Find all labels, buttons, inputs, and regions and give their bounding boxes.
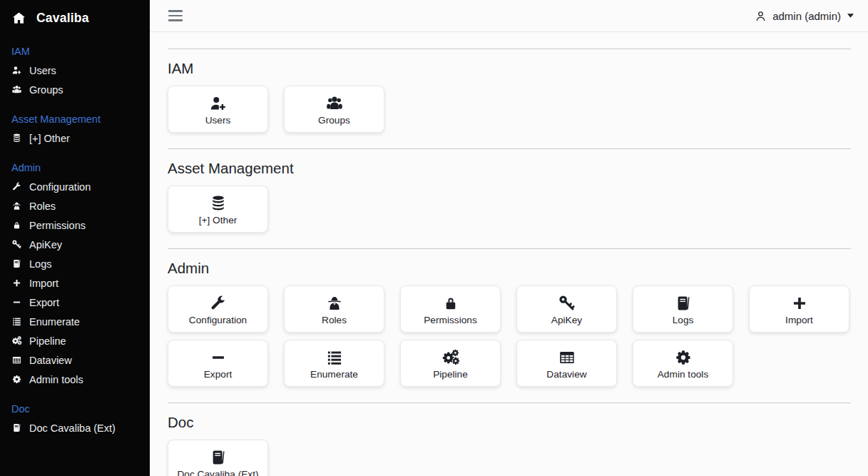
list-icon bbox=[325, 348, 344, 367]
sidebar-item-apikey[interactable]: ApiKey bbox=[11, 235, 138, 254]
card-label: Export bbox=[204, 369, 233, 380]
section-title: Asset Management bbox=[168, 160, 851, 177]
card-grid: ConfigurationRolesPermissionsApiKeyLogsI… bbox=[168, 285, 851, 387]
sidebar-item-logs[interactable]: Logs bbox=[11, 254, 138, 273]
sidebar-item-label: Logs bbox=[29, 258, 51, 270]
card-label: Groups bbox=[318, 115, 350, 126]
card-admin-tools[interactable]: Admin tools bbox=[633, 340, 733, 387]
sidebar-item-export[interactable]: Export bbox=[11, 293, 138, 312]
people-icon bbox=[11, 84, 22, 95]
table-icon bbox=[11, 355, 22, 365]
sidebar-item-users[interactable]: Users bbox=[11, 61, 138, 80]
sidebar-item-label: Permissions bbox=[29, 220, 86, 231]
plus-icon bbox=[11, 278, 22, 288]
sidebar-item-permissions[interactable]: Permissions bbox=[11, 216, 138, 235]
sidebar-section-label[interactable]: Doc bbox=[11, 403, 138, 415]
card-permissions[interactable]: Permissions bbox=[400, 285, 501, 333]
card-configuration[interactable]: Configuration bbox=[168, 285, 268, 333]
card-other[interactable]: [+] Other bbox=[168, 186, 268, 233]
sidebar-item-groups[interactable]: Groups bbox=[11, 80, 138, 99]
database-icon bbox=[209, 194, 228, 213]
main-content: IAMUsersGroupsAsset Management[+] OtherA… bbox=[150, 32, 868, 476]
card-label: Dataview bbox=[546, 369, 586, 380]
sidebar-item-other[interactable]: [+] Other bbox=[11, 128, 138, 148]
menu-toggle-button[interactable] bbox=[167, 7, 184, 24]
main-section-asset-management: Asset Management[+] Other bbox=[168, 148, 851, 233]
gear-icon bbox=[674, 348, 693, 367]
card-pipeline[interactable]: Pipeline bbox=[400, 340, 501, 387]
sidebar-item-admin-tools[interactable]: Admin tools bbox=[11, 370, 138, 389]
sidebar: Cavaliba IAMUsersGroupsAsset Management[… bbox=[0, 0, 150, 476]
card-grid: [+] Other bbox=[168, 186, 851, 233]
brand[interactable]: Cavaliba bbox=[11, 9, 138, 31]
card-label: Configuration bbox=[189, 315, 247, 325]
journal-icon bbox=[209, 448, 228, 467]
card-label: Pipeline bbox=[433, 369, 468, 380]
content-column: admin (admin) IAMUsersGroupsAsset Manage… bbox=[150, 0, 868, 476]
gears-icon bbox=[441, 348, 460, 367]
sidebar-item-pipeline[interactable]: Pipeline bbox=[11, 331, 138, 350]
main-section-iam: IAMUsersGroups bbox=[168, 49, 851, 133]
card-users[interactable]: Users bbox=[168, 86, 268, 133]
card-roles[interactable]: Roles bbox=[284, 285, 384, 333]
sidebar-section-label[interactable]: IAM bbox=[11, 46, 138, 57]
section-title: Admin bbox=[168, 260, 851, 277]
sidebar-item-configuration[interactable]: Configuration bbox=[11, 177, 138, 196]
people-icon bbox=[325, 94, 344, 113]
card-logs[interactable]: Logs bbox=[633, 285, 733, 333]
card-import[interactable]: Import bbox=[749, 285, 849, 333]
user-menu[interactable]: admin (admin) bbox=[754, 9, 854, 23]
section-divider bbox=[168, 49, 851, 49]
card-grid: UsersGroups bbox=[168, 86, 851, 133]
card-label: Users bbox=[205, 115, 231, 126]
sidebar-item-label: Users bbox=[29, 65, 56, 76]
card-enumerate[interactable]: Enumerate bbox=[284, 340, 384, 387]
wrench-icon bbox=[209, 294, 228, 313]
list-icon bbox=[11, 316, 22, 327]
card-label: ApiKey bbox=[551, 315, 582, 325]
sidebar-section-doc: DocDoc Cavaliba (Ext) bbox=[11, 403, 138, 437]
sidebar-section-label[interactable]: Admin bbox=[11, 162, 138, 173]
key-icon bbox=[11, 239, 22, 250]
section-title: Doc bbox=[168, 414, 851, 431]
sidebar-item-import[interactable]: Import bbox=[11, 273, 138, 293]
card-dataview[interactable]: Dataview bbox=[516, 340, 617, 387]
brand-name: Cavaliba bbox=[36, 11, 89, 26]
sidebar-item-doc-cavaliba-ext[interactable]: Doc Cavaliba (Ext) bbox=[11, 418, 138, 437]
sidebar-item-label: Pipeline bbox=[29, 335, 66, 347]
card-groups[interactable]: Groups bbox=[284, 86, 384, 133]
key-icon bbox=[558, 294, 576, 313]
sidebar-item-label: Enumerate bbox=[29, 316, 80, 328]
card-apikey[interactable]: ApiKey bbox=[516, 285, 617, 333]
plus-icon bbox=[790, 294, 809, 313]
gears-icon bbox=[11, 335, 22, 346]
card-label: Admin tools bbox=[658, 369, 709, 380]
wrench-icon bbox=[11, 181, 22, 192]
incognito-icon bbox=[325, 294, 344, 313]
journal-icon bbox=[11, 422, 22, 433]
sidebar-item-label: Groups bbox=[29, 84, 63, 96]
sidebar-item-dataview[interactable]: Dataview bbox=[11, 350, 138, 370]
sidebar-item-label: Export bbox=[29, 297, 59, 308]
sidebar-item-enumerate[interactable]: Enumerate bbox=[11, 312, 138, 331]
incognito-icon bbox=[11, 201, 22, 211]
card-doc-cavaliba-ext[interactable]: Doc Cavaliba (Ext) bbox=[168, 440, 268, 476]
card-label: Roles bbox=[322, 315, 347, 325]
dash-icon bbox=[11, 297, 22, 308]
sidebar-item-label: [+] Other bbox=[29, 133, 70, 144]
sidebar-item-label: Import bbox=[29, 278, 58, 289]
sidebar-section-label[interactable]: Asset Management bbox=[11, 113, 138, 125]
section-divider bbox=[168, 148, 851, 149]
sidebar-item-label: Roles bbox=[29, 201, 56, 212]
sidebar-item-roles[interactable]: Roles bbox=[11, 196, 138, 216]
journal-icon bbox=[11, 258, 22, 269]
section-title: IAM bbox=[168, 60, 851, 77]
topbar: admin (admin) bbox=[150, 0, 868, 32]
gear-icon bbox=[11, 374, 22, 385]
card-label: Permissions bbox=[424, 315, 477, 325]
card-export[interactable]: Export bbox=[168, 340, 268, 387]
person-plus-icon bbox=[209, 94, 228, 113]
caret-down-icon bbox=[847, 14, 854, 18]
sidebar-nav: IAMUsersGroupsAsset Management[+] OtherA… bbox=[11, 46, 138, 437]
person-plus-icon bbox=[11, 65, 22, 76]
